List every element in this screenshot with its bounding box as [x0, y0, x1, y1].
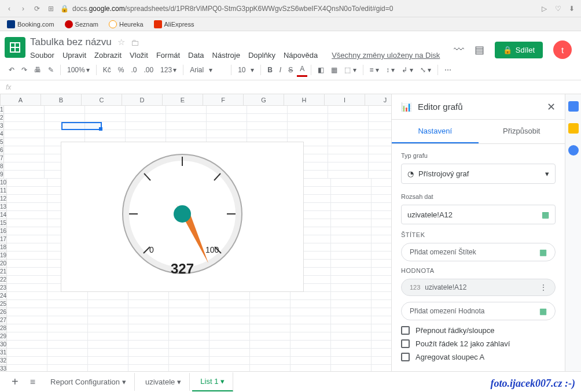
dec-less-btn[interactable]: .0 — [128, 64, 139, 76]
cell[interactable] — [45, 130, 85, 138]
col-header[interactable]: I — [325, 94, 365, 105]
cell[interactable] — [4, 122, 45, 130]
col-header[interactable]: C — [82, 94, 122, 105]
cell[interactable] — [372, 260, 391, 268]
document-title[interactable]: Tabulka bez názvu — [30, 36, 112, 48]
col-header[interactable]: J — [365, 94, 391, 105]
cell[interactable] — [47, 300, 88, 308]
cell[interactable] — [328, 130, 369, 138]
calendar-icon[interactable] — [568, 101, 579, 112]
undo-icon[interactable]: ↶ — [6, 64, 17, 76]
star-icon[interactable]: ☆ — [117, 37, 125, 47]
row-header[interactable]: 25 — [0, 300, 7, 308]
cell[interactable] — [88, 308, 128, 316]
cell[interactable] — [328, 154, 369, 162]
cell[interactable] — [7, 316, 47, 324]
borders-btn[interactable]: ▦ — [328, 64, 340, 76]
apps-icon[interactable]: ⊞ — [46, 5, 56, 13]
range-grid-icon[interactable]: ▦ — [542, 210, 549, 219]
cell[interactable] — [166, 130, 207, 138]
cell[interactable] — [328, 162, 369, 171]
wrap-btn[interactable]: ↲ ▾ — [399, 64, 415, 76]
cell[interactable] — [7, 284, 47, 292]
cell[interactable] — [250, 316, 290, 324]
sheet-tab-uzivatele[interactable]: uzivatele ▾ — [137, 373, 190, 391]
cell[interactable] — [209, 316, 250, 324]
bookmark-booking[interactable]: Booking.com — [7, 20, 54, 28]
cb-aggregate[interactable]: Agregovat sloupec A — [401, 353, 556, 361]
cell[interactable] — [166, 114, 207, 122]
cell[interactable] — [169, 300, 209, 308]
cell[interactable] — [331, 324, 372, 332]
cell[interactable] — [369, 130, 391, 138]
cell[interactable] — [85, 130, 126, 138]
heart-icon[interactable]: ♡ — [553, 5, 562, 13]
cell[interactable] — [290, 332, 331, 341]
cell[interactable] — [290, 292, 331, 300]
cell[interactable] — [372, 349, 391, 357]
cell[interactable] — [7, 341, 47, 349]
cell[interactable] — [88, 349, 128, 357]
cell[interactable] — [328, 114, 369, 122]
cell[interactable] — [209, 341, 250, 349]
cell[interactable] — [7, 308, 47, 316]
cell[interactable] — [290, 341, 331, 349]
cell[interactable] — [7, 243, 47, 252]
cell[interactable] — [209, 357, 250, 365]
cell[interactable] — [169, 324, 209, 332]
cell[interactable] — [85, 114, 126, 122]
cell[interactable] — [331, 349, 372, 357]
cell[interactable] — [7, 211, 47, 219]
cell[interactable] — [88, 332, 128, 341]
row-header[interactable]: 14 — [0, 211, 7, 219]
cell[interactable] — [369, 162, 391, 171]
cell[interactable] — [7, 292, 47, 300]
cell[interactable] — [4, 130, 45, 138]
cell[interactable] — [47, 324, 88, 332]
cell[interactable] — [88, 316, 128, 324]
cell[interactable] — [372, 276, 391, 284]
gauge-chart[interactable]: 0 100 327 — [61, 142, 304, 292]
save-status[interactable]: Všechny změny uloženy na Disk — [332, 51, 440, 60]
zoom-select[interactable]: 100% ▾ — [64, 64, 93, 76]
all-sheets-button[interactable]: ≡ — [25, 377, 40, 387]
cell[interactable] — [85, 106, 126, 114]
cell[interactable] — [288, 122, 328, 130]
col-header[interactable]: E — [163, 94, 203, 105]
cell[interactable] — [47, 292, 88, 300]
keep-icon[interactable] — [568, 123, 579, 134]
cell[interactable] — [7, 235, 47, 243]
cell[interactable] — [331, 292, 372, 300]
cell[interactable] — [250, 341, 290, 349]
explore-icon[interactable]: 〰 — [454, 44, 464, 56]
hodnota-value-pill[interactable]: 123uzivatele!A12 ⋮ — [401, 279, 556, 296]
cell[interactable] — [4, 138, 45, 146]
cell[interactable] — [372, 324, 391, 332]
cell[interactable] — [331, 316, 372, 324]
cell[interactable] — [372, 357, 391, 365]
row-header[interactable]: 26 — [0, 308, 7, 316]
cell[interactable] — [250, 300, 290, 308]
cell[interactable] — [169, 308, 209, 316]
cell[interactable] — [4, 146, 45, 154]
cell[interactable] — [372, 292, 391, 300]
cell[interactable] — [209, 349, 250, 357]
sheet-tab-list1[interactable]: List 1 ▾ — [192, 372, 233, 391]
cell[interactable] — [4, 106, 45, 114]
cell[interactable] — [369, 138, 391, 146]
cell[interactable] — [207, 114, 247, 122]
cell[interactable] — [169, 357, 209, 365]
col-header[interactable]: A — [1, 94, 41, 105]
cell[interactable] — [126, 106, 166, 114]
formula-bar[interactable]: fx — [0, 80, 581, 94]
font-select[interactable]: Arial ▾ — [187, 64, 227, 76]
cell[interactable] — [7, 195, 47, 203]
spreadsheet-grid[interactable]: A B C D E F G H I J 12345678910111213141… — [0, 94, 391, 392]
cell[interactable] — [331, 308, 372, 316]
cell[interactable] — [372, 235, 391, 243]
cell[interactable] — [128, 341, 169, 349]
cell[interactable] — [250, 308, 290, 316]
cell[interactable] — [328, 171, 369, 179]
cell[interactable] — [247, 114, 288, 122]
cell[interactable] — [128, 292, 169, 300]
